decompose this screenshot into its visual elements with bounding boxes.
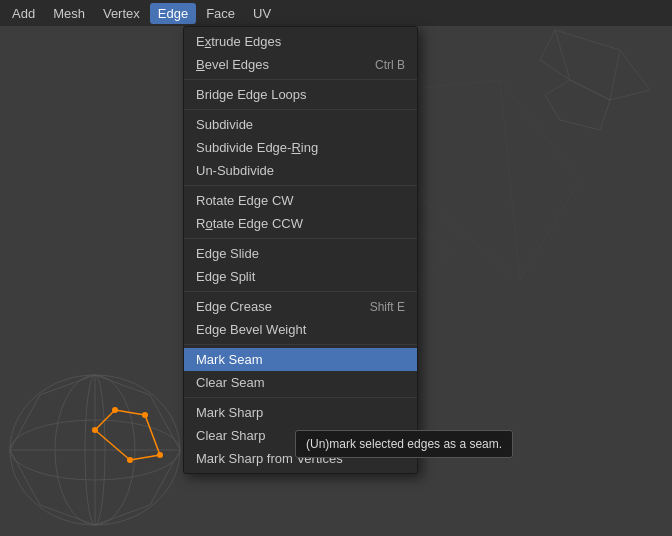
menu-item-add[interactable]: Add [4,3,43,24]
edge-slide-label: Edge Slide [196,246,259,261]
mark-seam-label: Mark Seam [196,352,262,367]
menu-clear-sharp[interactable]: Clear Sharp [184,424,417,447]
menu-edge-bevel-weight[interactable]: Edge Bevel Weight [184,318,417,341]
svg-point-24 [127,457,133,463]
separator-2 [184,109,417,110]
edge-split-label: Edge Split [196,269,255,284]
menu-bridge-edge-loops[interactable]: Bridge Edge Loops [184,83,417,106]
edge-dropdown-menu: Extrude Edges Bevel Edges Ctrl B Bridge … [183,26,418,474]
un-subdivide-label: Un-Subdivide [196,163,274,178]
menu-rotate-edge-cw[interactable]: Rotate Edge CW [184,189,417,212]
bridge-edge-loops-label: Bridge Edge Loops [196,87,307,102]
svg-line-18 [95,430,130,460]
bevel-edges-label: Bevel Edges [196,57,269,72]
svg-marker-1 [545,80,610,130]
svg-line-11 [10,395,40,450]
edge-bevel-weight-label: Edge Bevel Weight [196,322,306,337]
menu-item-vertex[interactable]: Vertex [95,3,148,24]
svg-line-14 [40,505,95,525]
clear-seam-label: Clear Seam [196,375,265,390]
menu-rotate-edge-ccw[interactable]: Rotate Edge CCW [184,212,417,235]
svg-line-36 [500,80,580,180]
svg-line-3 [610,50,620,100]
svg-line-12 [95,375,150,395]
menubar: Add Mesh Vertex Edge Face UV [0,0,672,26]
svg-line-10 [40,375,95,395]
menu-item-uv[interactable]: UV [245,3,279,24]
menu-subdivide-edge-ring[interactable]: Subdivide Edge-Ring [184,136,417,159]
menu-mark-seam[interactable]: Mark Seam [184,348,417,371]
separator-6 [184,344,417,345]
svg-line-15 [95,505,150,525]
menu-edge-split[interactable]: Edge Split [184,265,417,288]
extrude-edges-label: Extrude Edges [196,34,281,49]
menu-mark-sharp-from-vertices[interactable]: Mark Sharp from Vertices [184,447,417,470]
mark-sharp-label: Mark Sharp [196,405,263,420]
svg-point-26 [112,407,118,413]
separator-7 [184,397,417,398]
svg-line-37 [520,180,580,280]
edge-crease-shortcut: Shift E [370,300,405,314]
separator-1 [184,79,417,80]
edge-crease-label: Edge Crease [196,299,272,314]
svg-line-16 [150,450,180,505]
rotate-edge-ccw-label: Rotate Edge CCW [196,216,303,231]
separator-5 [184,291,417,292]
separator-4 [184,238,417,239]
svg-point-27 [142,412,148,418]
svg-line-39 [500,80,520,280]
menu-un-subdivide[interactable]: Un-Subdivide [184,159,417,182]
mark-sharp-from-vertices-label: Mark Sharp from Vertices [196,451,343,466]
menu-item-mesh[interactable]: Mesh [45,3,93,24]
svg-line-22 [145,415,160,455]
bevel-edges-shortcut: Ctrl B [375,58,405,72]
subdivide-label: Subdivide [196,117,253,132]
clear-sharp-label: Clear Sharp [196,428,265,443]
menu-edge-slide[interactable]: Edge Slide [184,242,417,265]
svg-line-2 [555,30,570,80]
menu-edge-crease[interactable]: Edge Crease Shift E [184,295,417,318]
menu-mark-sharp[interactable]: Mark Sharp [184,401,417,424]
menu-clear-seam[interactable]: Clear Seam [184,371,417,394]
menu-subdivide[interactable]: Subdivide [184,113,417,136]
menu-extrude-edges[interactable]: Extrude Edges [184,30,417,53]
svg-point-23 [92,427,98,433]
menu-item-face[interactable]: Face [198,3,243,24]
separator-3 [184,185,417,186]
menu-item-edge[interactable]: Edge [150,3,196,24]
svg-line-17 [10,450,40,505]
rotate-edge-cw-label: Rotate Edge CW [196,193,294,208]
svg-point-25 [157,452,163,458]
subdivide-edge-ring-label: Subdivide Edge-Ring [196,140,318,155]
menu-bevel-edges[interactable]: Bevel Edges Ctrl B [184,53,417,76]
svg-marker-0 [540,30,650,100]
